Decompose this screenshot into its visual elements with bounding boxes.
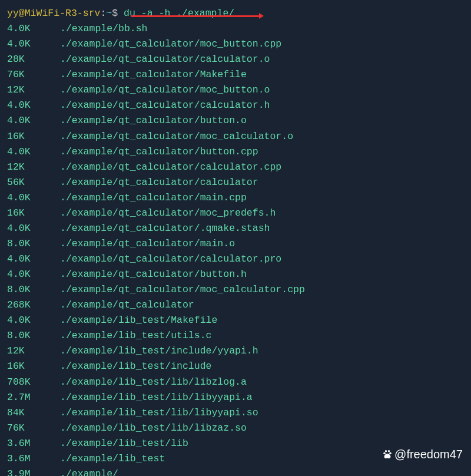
output-line: 4.0K./example/qt_calculator/moc_button.c… — [7, 37, 464, 52]
file-size: 4.0K — [7, 190, 60, 206]
file-path: ./example/qt_calculator — [60, 299, 194, 310]
file-size: 12K — [7, 82, 60, 98]
terminal[interactable]: yy@MiWiFi-R3-srv:~$ du -a -h ./example/ … — [7, 6, 464, 476]
output-line: 12K./example/qt_calculator/moc_button.o — [7, 82, 464, 98]
file-size: 12K — [7, 343, 60, 359]
output-line: 3.6M./example/lib_test — [7, 451, 464, 467]
file-size: 28K — [7, 52, 60, 67]
file-path: ./example/qt_calculator/main.cpp — [60, 192, 247, 203]
output-line: 76K./example/lib_test/lib/libzaz.so — [7, 421, 464, 436]
command-text — [118, 8, 124, 19]
file-path: ./example/qt_calculator/.qmake.stash — [60, 223, 270, 234]
file-size: 708K — [7, 375, 60, 390]
file-path: ./example/lib_test/include — [60, 361, 211, 372]
output-line: 8.0K./example/qt_calculator/main.o — [7, 236, 464, 252]
file-path: ./example/lib_test/utils.c — [60, 330, 211, 341]
output-line: 4.0K./example/qt_calculator/button.cpp — [7, 144, 464, 160]
output-line: 268K./example/qt_calculator — [7, 298, 464, 313]
file-size: 268K — [7, 298, 60, 313]
file-size: 76K — [7, 421, 60, 436]
output-line: 8.0K./example/qt_calculator/moc_calculat… — [7, 282, 464, 298]
file-path: ./example/lib_test/include/yyapi.h — [60, 345, 258, 356]
file-path: ./example/qt_calculator/calculator.pro — [60, 253, 281, 265]
file-path: ./example/bb.sh — [60, 23, 148, 34]
file-size: 3.6M — [7, 451, 60, 467]
output-line: 4.0K./example/lib_test/Makefile — [7, 313, 464, 328]
file-path: ./example/qt_calculator/calculator.o — [60, 54, 270, 65]
file-path: ./example/qt_calculator/moc_button.o — [60, 84, 270, 95]
file-size: 84K — [7, 405, 60, 421]
file-path: ./example/qt_calculator/button.cpp — [60, 146, 258, 157]
output-line: 4.0K./example/qt_calculator/main.cpp — [7, 190, 464, 206]
file-size: 56K — [7, 175, 60, 190]
prompt-colon: : — [100, 8, 106, 19]
file-size: 3.9M — [7, 467, 60, 476]
file-path: ./example/lib_test — [60, 453, 165, 464]
file-size: 4.0K — [7, 144, 60, 160]
file-size: 4.0K — [7, 221, 60, 236]
output-line: 84K./example/lib_test/lib/libyyapi.so — [7, 405, 464, 421]
file-size: 8.0K — [7, 282, 60, 298]
output-line: 2.7M./example/lib_test/lib/libyyapi.a — [7, 390, 464, 405]
output-line: 56K./example/qt_calculator/calculator — [7, 175, 464, 190]
file-size: 4.0K — [7, 113, 60, 128]
file-size: 2.7M — [7, 390, 60, 405]
file-size: 4.0K — [7, 21, 60, 37]
file-size: 76K — [7, 67, 60, 82]
file-path: ./example/qt_calculator/button.h — [60, 269, 247, 280]
file-path: ./example/qt_calculator/calculator.h — [60, 100, 270, 111]
output-line: 12K./example/lib_test/include/yyapi.h — [7, 343, 464, 359]
file-path: ./example/lib_test/lib/libzlog.a — [60, 376, 247, 388]
file-path: ./example/qt_calculator/moc_button.cpp — [60, 38, 281, 49]
file-path: ./example/lib_test/lib/libyyapi.so — [60, 407, 258, 418]
file-path: ./example/ — [60, 468, 118, 476]
file-size: 16K — [7, 129, 60, 144]
file-path: ./example/qt_calculator/moc_predefs.h — [60, 207, 276, 219]
command-line: yy@MiWiFi-R3-srv:~$ du -a -h ./example/ — [7, 6, 464, 21]
file-path: ./example/qt_calculator/moc_calculator.o — [60, 131, 293, 142]
file-path: ./example/qt_calculator/calculator — [60, 177, 258, 188]
output-line: 708K./example/lib_test/lib/libzlog.a — [7, 375, 464, 390]
output-line: 4.0K./example/qt_calculator/calculator.p… — [7, 252, 464, 267]
output-line: 4.0K./example/qt_calculator/.qmake.stash — [7, 221, 464, 236]
prompt-at: @ — [19, 8, 25, 19]
prompt-user: yy — [7, 8, 19, 19]
file-path: ./example/lib_test/lib/libzaz.so — [60, 422, 247, 434]
output-line: 16K./example/lib_test/include — [7, 359, 464, 374]
file-size: 12K — [7, 160, 60, 175]
file-size: 16K — [7, 359, 60, 374]
output-line: 4.0K./example/qt_calculator/calculator.h — [7, 98, 464, 113]
file-size: 4.0K — [7, 267, 60, 282]
output-line: 3.6M./example/lib_test/lib — [7, 436, 464, 451]
file-path: ./example/qt_calculator/main.o — [60, 238, 235, 249]
output-line: 28K./example/qt_calculator/calculator.o — [7, 52, 464, 67]
output-line: 4.0K./example/bb.sh — [7, 21, 464, 37]
prompt-dollar: $ — [112, 8, 118, 19]
output-line: 3.9M./example/ — [7, 467, 464, 476]
file-size: 4.0K — [7, 313, 60, 328]
output-line: 12K./example/qt_calculator/calculator.cp… — [7, 160, 464, 175]
file-path: ./example/qt_calculator/moc_calculator.c… — [60, 284, 305, 295]
command-value: du -a -h ./example/ — [124, 8, 234, 19]
output-line: 8.0K./example/lib_test/utils.c — [7, 328, 464, 343]
file-path: ./example/qt_calculator/Makefile — [60, 69, 247, 80]
output-line: 76K./example/qt_calculator/Makefile — [7, 67, 464, 82]
file-path: ./example/lib_test/lib — [60, 438, 188, 449]
file-size: 4.0K — [7, 252, 60, 267]
file-size: 4.0K — [7, 98, 60, 113]
prompt-path: ~ — [106, 8, 112, 19]
file-size: 8.0K — [7, 236, 60, 252]
file-size: 3.6M — [7, 436, 60, 451]
output-line: 16K./example/qt_calculator/moc_predefs.h — [7, 206, 464, 221]
file-size: 8.0K — [7, 328, 60, 343]
file-path: ./example/qt_calculator/button.o — [60, 115, 247, 126]
file-path: ./example/lib_test/Makefile — [60, 315, 217, 326]
file-size: 16K — [7, 206, 60, 221]
output-lines: 4.0K./example/bb.sh4.0K./example/qt_calc… — [7, 21, 464, 476]
output-line: 4.0K./example/qt_calculator/button.h — [7, 267, 464, 282]
prompt-host: MiWiFi-R3-srv — [25, 8, 101, 19]
file-size: 4.0K — [7, 37, 60, 52]
file-path: ./example/lib_test/lib/libyyapi.a — [60, 392, 253, 403]
output-line: 16K./example/qt_calculator/moc_calculato… — [7, 129, 464, 144]
file-path: ./example/qt_calculator/calculator.cpp — [60, 161, 281, 173]
